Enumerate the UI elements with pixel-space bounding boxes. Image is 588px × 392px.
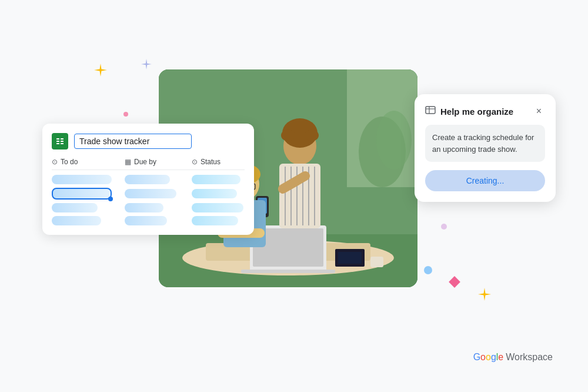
sparkle-blue-top [141, 59, 152, 72]
check-circle-icon: ⊙ [52, 158, 58, 166]
table-row [52, 216, 245, 225]
svg-point-16 [305, 129, 319, 141]
svg-rect-35 [56, 138, 59, 139]
organize-header: Help me organize × [425, 105, 545, 118]
sparkle-diamond-pink [449, 276, 460, 288]
cell-dueby-1 [125, 175, 170, 184]
organize-title-group: Help me organize [425, 105, 513, 118]
table-row [52, 203, 245, 212]
cell-todo-1 [52, 175, 112, 184]
close-button[interactable]: × [533, 105, 545, 118]
svg-rect-41 [426, 107, 435, 114]
col-header-status: ⊙ Status [192, 158, 256, 166]
clock-icon: ⊙ [192, 158, 198, 166]
svg-rect-12 [370, 257, 383, 267]
svg-rect-39 [56, 143, 59, 144]
workspace-text: Workspace [506, 352, 553, 363]
svg-rect-38 [61, 141, 64, 142]
svg-rect-36 [61, 138, 64, 139]
sheets-icon [52, 133, 68, 150]
cell-status-2 [192, 189, 237, 198]
cell-dueby-3 [125, 203, 163, 212]
svg-point-15 [281, 129, 295, 141]
spreadsheet-title-input[interactable] [74, 134, 192, 149]
table-rows [52, 175, 245, 225]
organize-title: Help me organize [440, 107, 513, 117]
table-header: ⊙ To do ▦ Due by ⊙ Status [52, 158, 245, 170]
cell-dueby-4 [125, 216, 167, 225]
organize-table-icon [425, 105, 436, 118]
sparkle-lavender-circle [441, 224, 447, 230]
svg-rect-34 [55, 136, 65, 147]
cell-status-4 [192, 216, 238, 225]
table-row [52, 188, 245, 200]
selected-cell [52, 188, 112, 200]
svg-rect-9 [241, 270, 335, 273]
cell-status-1 [192, 175, 240, 184]
spreadsheet-header [52, 133, 245, 150]
col-header-dueby: ▦ Due by [125, 158, 189, 166]
cell-todo-4 [52, 216, 101, 225]
svg-rect-37 [56, 141, 59, 142]
svg-rect-4 [347, 69, 417, 187]
spreadsheet-card: ⊙ To do ▦ Due by ⊙ Status [42, 124, 254, 235]
table-row [52, 175, 245, 184]
cell-todo-3 [52, 203, 98, 212]
organize-panel: Help me organize × Create a tracking sch… [415, 94, 556, 202]
sparkle-gold-top [94, 64, 107, 79]
cell-dueby-2 [125, 189, 176, 198]
creating-button[interactable]: Creating... [425, 170, 545, 191]
sparkle-circle-blue [424, 266, 432, 274]
svg-rect-11 [338, 252, 362, 264]
sparkle-gold-bottom [478, 288, 491, 304]
google-text: Google [473, 352, 504, 363]
col-header-todo: ⊙ To do [52, 158, 122, 166]
svg-rect-40 [61, 143, 64, 144]
sparkle-pink-circle [123, 112, 128, 117]
organize-body-text: Create a tracking schedule for an upcomi… [425, 125, 545, 162]
google-branding: Google Workspace [473, 352, 553, 363]
main-container: ⊙ To do ▦ Due by ⊙ Status [0, 0, 588, 392]
calendar-icon: ▦ [125, 158, 131, 166]
cursor-dot [108, 197, 113, 201]
cell-status-3 [192, 203, 243, 212]
